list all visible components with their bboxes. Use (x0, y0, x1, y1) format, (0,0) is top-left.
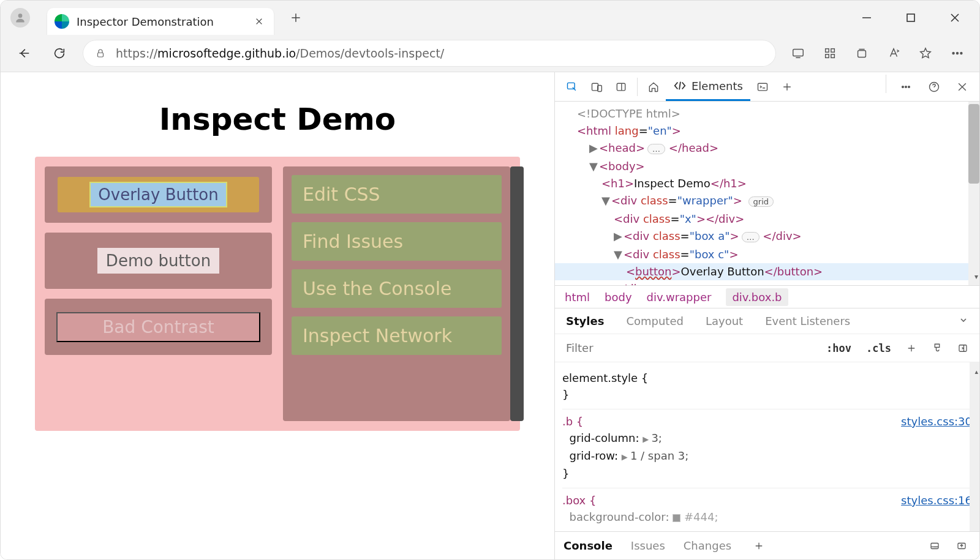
page-title: Inspect Demo (1, 72, 554, 157)
plus-icon (781, 81, 793, 93)
source-link[interactable]: styles.css:16 (901, 492, 972, 509)
tab-title: Inspector Demonstration (77, 15, 246, 28)
drawer-tab-issues[interactable]: Issues (631, 539, 665, 552)
new-tab-button[interactable] (284, 6, 308, 30)
read-aloud-button[interactable] (883, 42, 905, 64)
more-tabs-button[interactable] (959, 315, 968, 327)
help-icon (928, 81, 940, 93)
grid-icon (823, 47, 837, 60)
dom-selected-node[interactable]: <button>Overlay Button</button> (555, 263, 979, 280)
close-window-button[interactable] (944, 7, 966, 29)
device-emulation-button[interactable] (584, 75, 609, 99)
overlay-button[interactable]: Overlay Button (89, 182, 227, 207)
list-item[interactable]: Use the Console (292, 269, 502, 308)
rule-box[interactable]: styles.css:16 .box { background-color: #… (562, 488, 972, 531)
svg-point-18 (905, 86, 907, 88)
elements-tab[interactable]: Elements (666, 72, 750, 101)
panel-icon (615, 81, 627, 93)
list-item[interactable]: Inspect Network (292, 316, 502, 355)
plus-icon (290, 12, 302, 24)
back-button[interactable] (12, 41, 36, 65)
devtools: Elements <!DOCTYPE html> <html lang="en"… (554, 72, 979, 559)
lock-icon (95, 48, 106, 59)
breadcrumb-item[interactable]: body (605, 291, 632, 304)
window-controls (856, 7, 973, 29)
console-icon (756, 81, 769, 93)
scroll-thumb[interactable] (510, 166, 524, 421)
svg-rect-5 (831, 49, 835, 53)
breadcrumb-item[interactable]: div.wrapper (647, 291, 712, 304)
devtools-toolbar: Elements (555, 72, 979, 102)
styles-rules[interactable]: element.style { } styles.css:30 .b { gri… (555, 362, 979, 531)
drawer-tab-changes[interactable]: Changes (684, 539, 731, 552)
cast-button[interactable] (787, 42, 809, 64)
list-item[interactable]: Find Issues (292, 222, 502, 261)
drawer-add-button[interactable] (750, 537, 768, 555)
dom-scrollbar[interactable]: ▴▾ (968, 102, 979, 285)
devtools-help-button[interactable] (922, 75, 946, 99)
breadcrumb-item[interactable]: html (565, 291, 590, 304)
dom-tree[interactable]: <!DOCTYPE html> <html lang="en"> ▶<head>… (555, 102, 979, 285)
inspect-element-button[interactable] (560, 75, 584, 99)
extensions-button[interactable] (819, 42, 841, 64)
inspect-icon (566, 81, 578, 93)
tab-computed[interactable]: Computed (626, 315, 684, 327)
address-bar: https://microsoftedge.github.io/Demos/de… (1, 35, 979, 72)
list-item[interactable]: Edit CSS (292, 175, 502, 214)
rules-scrollbar[interactable]: ▴ (970, 362, 979, 531)
drawer-expand-button[interactable] (952, 537, 971, 555)
devtools-close-button[interactable] (950, 75, 974, 99)
breadcrumb-item-selected[interactable]: div.box.b (726, 288, 788, 306)
elements-tab-label: Elements (692, 80, 743, 92)
add-tab-button[interactable] (775, 75, 799, 99)
tab-close-button[interactable] (253, 15, 265, 28)
svg-point-17 (902, 86, 904, 88)
home-icon (647, 81, 660, 93)
maximize-button[interactable] (900, 7, 922, 29)
svg-rect-6 (826, 54, 829, 58)
styles-filter-input[interactable] (562, 339, 815, 357)
dock-button[interactable] (609, 75, 633, 99)
minimize-button[interactable] (856, 7, 878, 29)
hov-button[interactable]: :hov (823, 340, 855, 357)
new-rule-button[interactable] (902, 339, 921, 357)
svg-point-0 (18, 13, 23, 18)
expand-icon (956, 540, 967, 551)
close-icon (255, 17, 263, 26)
welcome-tab[interactable] (641, 75, 666, 99)
rule-element-style[interactable]: element.style { } (562, 366, 972, 409)
dock-icon (929, 540, 940, 551)
tab-event-listeners[interactable]: Event Listeners (765, 315, 850, 327)
profile-avatar[interactable] (10, 8, 30, 28)
refresh-icon (53, 47, 66, 60)
collections-button[interactable] (851, 42, 873, 64)
dots-icon (900, 81, 912, 93)
maximize-icon (905, 12, 916, 23)
url-field[interactable]: https://microsoftedge.github.io/Demos/de… (83, 40, 776, 67)
paint-button[interactable] (928, 339, 946, 357)
star-icon (919, 47, 932, 60)
console-drawer-button[interactable] (750, 75, 775, 99)
favorites-button[interactable] (914, 42, 937, 64)
toggle-computed-button[interactable] (954, 339, 972, 357)
svg-point-10 (957, 53, 959, 54)
tab-layout[interactable]: Layout (706, 315, 743, 327)
drawer-dock-button[interactable] (925, 537, 944, 555)
rule-b[interactable]: styles.css:30 .b { grid-column: ▶ 3; gri… (562, 409, 972, 488)
cls-button[interactable]: .cls (862, 340, 895, 357)
browser-tab[interactable]: Inspector Demonstration (47, 8, 274, 35)
refresh-button[interactable] (47, 41, 72, 65)
svg-rect-8 (858, 50, 866, 57)
svg-point-19 (908, 86, 910, 88)
cast-icon (791, 47, 805, 60)
demo-button[interactable]: Demo button (97, 248, 219, 274)
devtools-more-button[interactable] (894, 75, 918, 99)
brush-icon (932, 343, 943, 354)
tab-styles[interactable]: Styles (566, 315, 604, 327)
more-button[interactable] (946, 42, 968, 64)
source-link[interactable]: styles.css:30 (901, 413, 972, 430)
dots-icon (951, 47, 964, 60)
url-text: https://microsoftedge.github.io/Demos/de… (116, 47, 444, 60)
drawer-tab-console[interactable]: Console (564, 539, 612, 552)
bad-contrast-button[interactable]: Bad Contrast (56, 312, 261, 342)
